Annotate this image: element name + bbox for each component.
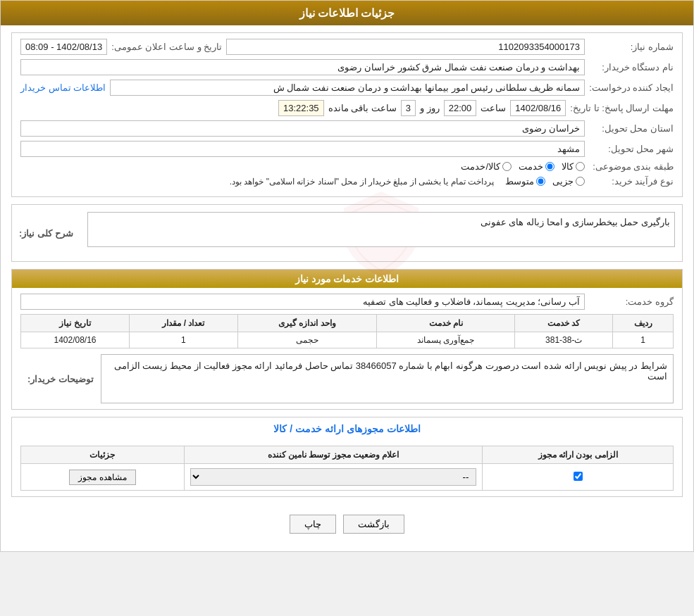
- purchase-type-radio-group: جزیی متوسط: [505, 176, 585, 187]
- category-khedmat-label: خدمت: [519, 161, 543, 172]
- category-khedmat: خدمت: [519, 161, 554, 172]
- buyer-station-value: بهداشت و درمان صنعت نفت شمال شرق کشور خر…: [20, 59, 585, 75]
- category-row: طبقه بندی موضوعی: کالا خدمت کالا/خدمت: [20, 161, 674, 172]
- col-code: کد خدمت: [515, 315, 613, 332]
- category-kala-label: کالا: [562, 161, 574, 172]
- category-kala-khedmat-radio[interactable]: [502, 162, 512, 171]
- buyer-station-label: نام دستگاه خریدار:: [589, 62, 674, 73]
- send-day-label: روز و: [420, 103, 440, 113]
- needle-number-label: شماره نیاز:: [589, 42, 674, 52]
- permit-section-link-title[interactable]: اطلاعات مجوزهای ارائه خدمت / کالا: [12, 417, 682, 440]
- creator-label: ایجاد کننده درخواست:: [589, 82, 674, 93]
- permit-required-checkbox[interactable]: [574, 472, 583, 481]
- view-permit-button[interactable]: مشاهده مجوز: [69, 470, 135, 485]
- category-kala-khedmat: کالا/خدمت: [461, 161, 512, 172]
- purchase-type-motavasset-label: متوسط: [505, 176, 534, 187]
- send-time-value: 22:00: [444, 100, 477, 116]
- cell-quantity: 1: [130, 332, 238, 348]
- permit-table: الزامی بودن ارائه مجوز اعلام وضعیت مجوز …: [20, 446, 674, 491]
- province-row: استان محل تحویل: خراسان رضوی: [20, 120, 674, 137]
- service-group-label: گروه خدمت:: [589, 296, 674, 307]
- category-khedmat-radio[interactable]: [545, 162, 554, 171]
- creator-value: سمانه ظریف سلطانی رئیس امور بیمانها بهدا…: [110, 80, 585, 96]
- category-label: طبقه بندی موضوعی:: [589, 161, 674, 172]
- category-kala-khedmat-label: کالا/خدمت: [461, 161, 500, 172]
- category-kala: کالا: [562, 161, 585, 172]
- cell-date: 1402/08/16: [21, 332, 130, 348]
- purchase-type-row: نوع فرآیند خرید: جزیی متوسط پرداخت تمام …: [20, 176, 674, 187]
- permit-details-cell: مشاهده مجوز: [21, 464, 185, 491]
- province-value: خراسان رضوی: [20, 120, 585, 137]
- cell-name: جمع‌آوری پسماند: [377, 332, 515, 348]
- bottom-buttons: بازگشت چاپ: [11, 504, 683, 544]
- send-time-label: ساعت: [481, 103, 506, 113]
- creator-row: ایجاد کننده درخواست: سمانه ظریف سلطانی ر…: [20, 80, 674, 96]
- purchase-type-jozi-label: جزیی: [552, 176, 574, 187]
- permit-col-details: جزئیات: [21, 446, 185, 464]
- date-label: تاریخ و ساعت اعلان عمومی:: [111, 42, 222, 52]
- need-description-value: بارگیری حمل بیخطرسازی و امحا زباله های ع…: [87, 212, 675, 247]
- services-table-row: 1 ث-38-381 جمع‌آوری پسماند حجمی 1 1402/0…: [21, 332, 674, 348]
- date-value: 1402/08/13 - 08:09: [20, 39, 107, 55]
- province-label: استان محل تحویل:: [589, 123, 674, 134]
- permit-section: اطلاعات مجوزهای ارائه خدمت / کالا الزامی…: [11, 417, 683, 497]
- cell-row: 1: [613, 332, 674, 348]
- service-group-value: آب رسانی؛ مدیریت پسماند، فاضلاب و فعالیت…: [20, 294, 585, 310]
- permit-col-required: الزامی بودن ارائه مجوز: [483, 446, 674, 464]
- col-name: نام خدمت: [377, 315, 515, 332]
- city-value: مشهد: [20, 141, 585, 157]
- send-day-value: 3: [401, 100, 416, 116]
- cell-unit: حجمی: [237, 332, 376, 348]
- send-date-value: 1402/08/16: [510, 100, 566, 116]
- need-description-label: شرح کلی نیاز:: [19, 228, 73, 239]
- col-date: تاریخ نیاز: [21, 315, 130, 332]
- permit-status-select[interactable]: --: [190, 468, 477, 486]
- remaining-value: 13:22:35: [278, 100, 324, 116]
- buyer-desc-label: توضیحات خریدار:: [27, 374, 94, 384]
- col-row: ردیف: [613, 315, 674, 332]
- purchase-type-motavasset: متوسط: [505, 176, 545, 187]
- main-info-section: شماره نیاز: 1102093354000173 تاریخ و ساع…: [11, 32, 683, 197]
- services-table: ردیف کد خدمت نام خدمت واحد اندازه گیری ت…: [20, 314, 674, 348]
- cell-code: ث-38-381: [515, 332, 613, 348]
- needle-number-value: 1102093354000173: [226, 39, 585, 55]
- purchase-type-jozi-radio[interactable]: [576, 177, 585, 186]
- services-section: اطلاعات خدمات مورد نیاز گروه خدمت: آب رس…: [11, 269, 683, 410]
- city-row: شهر محل تحویل: مشهد: [20, 141, 674, 157]
- col-unit: واحد اندازه گیری: [237, 315, 376, 332]
- category-radio-group: کالا خدمت کالا/خدمت: [461, 161, 585, 172]
- col-quantity: تعداد / مقدار: [130, 315, 238, 332]
- permit-status-cell: --: [184, 464, 483, 491]
- print-button[interactable]: چاپ: [290, 515, 336, 534]
- purchase-type-jozi: جزیی: [552, 176, 585, 187]
- buyer-station-row: نام دستگاه خریدار: بهداشت و درمان صنعت ن…: [20, 59, 674, 75]
- city-label: شهر محل تحویل:: [589, 144, 674, 154]
- remaining-label: ساعت باقی مانده: [328, 103, 397, 113]
- category-kala-radio[interactable]: [576, 162, 585, 171]
- service-group-row: گروه خدمت: آب رسانی؛ مدیریت پسماند، فاضل…: [20, 294, 674, 310]
- permit-required-cell: [483, 464, 674, 491]
- permit-col-status: اعلام وضعیت مجوز توسط نامین کننده: [184, 446, 483, 464]
- permit-table-row: -- مشاهده مجوز: [21, 464, 674, 491]
- back-button[interactable]: بازگشت: [343, 515, 404, 534]
- purchase-type-motavasset-radio[interactable]: [536, 177, 545, 186]
- needle-number-row: شماره نیاز: 1102093354000173 تاریخ و ساع…: [20, 39, 674, 55]
- page-title: جزئیات اطلاعات نیاز: [1, 1, 693, 25]
- send-date-row: مهلت ارسال پاسخ: تا تاریخ: 1402/08/16 سا…: [20, 100, 674, 116]
- buyer-desc-value: شرایط در پیش نویس ارائه شده است درصورت ه…: [101, 354, 674, 403]
- need-description-section: A بارگیری حمل بیخطرسازی و امحا زباله های…: [11, 204, 683, 262]
- creator-link[interactable]: اطلاعات تماس خریدار: [20, 82, 106, 93]
- send-date-label: مهلت ارسال پاسخ: تا تاریخ:: [570, 103, 674, 113]
- purchase-type-label: نوع فرآیند خرید:: [589, 176, 674, 187]
- purchase-type-note: پرداخت تمام یا بخشی از مبلغ خریدار از مح…: [230, 177, 494, 187]
